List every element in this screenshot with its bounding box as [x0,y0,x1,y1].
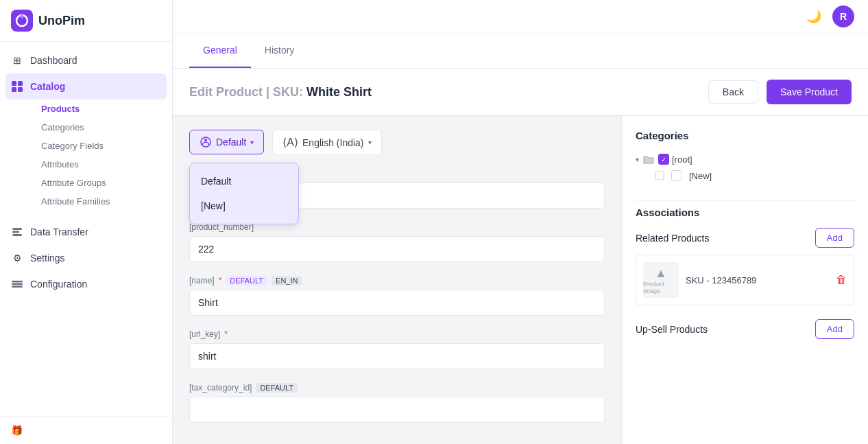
page-title: Edit Product | SKU: White Shirt [189,85,372,100]
content-area: Default ▾ Default [New] [173,116,868,444]
sidebar-item-catalog[interactable]: Catalog [5,73,167,100]
url-key-input[interactable] [189,343,605,369]
upsell-products-add-button[interactable]: Add [815,319,854,339]
product-sku-label: SKU - 123456789 [686,275,829,285]
tree-child: [New] [636,167,854,184]
related-product-delete-button[interactable]: 🗑 [836,274,847,286]
name-label: [name] * DEFAULT EN_IN [189,276,605,285]
catalog-icon [11,80,23,93]
sidebar-item-settings[interactable]: ⚙ Settings [0,245,172,271]
channel-icon [200,136,212,148]
svg-rect-12 [12,286,23,288]
form-area: Default ▾ Default [New] [173,116,621,444]
sidebar-item-products[interactable]: Products [30,100,172,118]
svg-rect-15 [655,172,664,180]
sidebar-item-attribute-groups[interactable]: Attribute Groups [30,174,172,192]
sidebar-item-attributes[interactable]: Attributes [30,155,172,174]
sidebar: UnoPim ⊞ Dashboard Catalog Products Cate… [0,0,173,444]
svg-rect-7 [12,228,22,230]
folder-icon [643,154,654,165]
new-checkbox[interactable] [671,170,682,181]
topbar: 🌙 R [173,0,868,34]
catalog-subnav: Products Categories Category Fields Attr… [0,100,172,211]
field-url-key: [url_key] * [189,329,605,369]
related-products-header: Related Products Add [636,228,854,248]
configuration-icon [11,278,23,290]
channel-dropdown-menu: Default [New] [189,163,299,224]
dropdown-item-default[interactable]: Default [190,169,298,194]
app-container: UnoPim ⊞ Dashboard Catalog Products Cate… [0,0,868,444]
field-tax-category: [tax_category_id] DEFAULT [189,383,605,423]
logo-icon [11,10,33,32]
related-product-item: ▲ Product Image SKU - 123456789 🗑 [636,255,854,305]
user-avatar[interactable]: R [832,5,854,27]
translate-icon: ⟨A⟩ [282,136,298,149]
sidebar-bottom-icon[interactable]: 🎁 [11,425,161,436]
name-badge-locale: EN_IN [272,276,302,285]
right-panel: Categories ▾ ✓ [root] [621,116,868,444]
header-actions: Back Save Product [708,80,852,104]
product-thumb-text: Product Image [643,281,679,294]
svg-rect-4 [18,81,23,86]
panel-divider [636,200,854,201]
field-product-number: [product_number] [189,222,605,262]
tab-general[interactable]: General [189,34,251,68]
logo-text: UnoPim [38,14,85,28]
language-selector-button[interactable]: ⟨A⟩ English (India) ▾ [272,130,381,155]
svg-rect-6 [18,87,23,92]
name-input[interactable] [189,290,605,316]
dropdown-item-new[interactable]: [New] [190,194,298,218]
dashboard-label: Dashboard [30,55,77,66]
sidebar-item-category-fields[interactable]: Category Fields [30,137,172,155]
back-button[interactable]: Back [708,80,758,104]
tree-item-new: [New] [655,167,854,184]
svg-rect-10 [12,281,23,283]
url-key-required: * [224,329,228,339]
related-products-label: Related Products [636,233,709,244]
sidebar-item-configuration[interactable]: Configuration [0,271,172,297]
svg-point-2 [21,15,24,19]
save-product-button[interactable]: Save Product [767,80,852,104]
svg-rect-0 [11,10,33,32]
tree-chevron-root[interactable]: ▾ [636,156,639,163]
tree-item-root: ▾ ✓ [root] [636,151,854,167]
channel-selector-button[interactable]: Default ▾ [189,130,264,154]
associations-section: Associations Related Products Add ▲ Prod… [636,207,854,339]
settings-label: Settings [30,253,65,264]
tab-history[interactable]: History [251,34,309,68]
url-key-label: [url_key] * [189,329,605,339]
sidebar-item-categories[interactable]: Categories [30,118,172,137]
related-products-add-button[interactable]: Add [815,228,854,248]
root-checkbox[interactable]: ✓ [658,154,669,165]
sidebar-navigation: ⊞ Dashboard Catalog Products Categories … [0,42,172,416]
channel-chevron-icon: ▾ [250,139,254,146]
tax-category-label: [tax_category_id] DEFAULT [189,383,605,393]
svg-rect-9 [12,234,22,236]
gift-icon: 🎁 [11,425,23,436]
page-header: Edit Product | SKU: White Shirt Back Sav… [173,69,868,116]
dashboard-icon: ⊞ [11,54,23,67]
tax-category-input[interactable] [189,397,605,423]
right-column: 🌙 R General History Edit Product | SKU: … [173,0,868,444]
categories-tree: ▾ ✓ [root] [636,151,854,184]
name-required: * [219,276,222,285]
language-chevron-icon: ▾ [368,139,372,146]
file-icon [655,171,664,180]
svg-rect-5 [12,87,16,92]
svg-rect-11 [12,283,23,285]
language-label: English (India) [302,137,364,148]
root-checkbox-row: ✓ [root] [658,154,692,165]
associations-title: Associations [636,207,854,218]
sidebar-item-dashboard[interactable]: ⊞ Dashboard [0,47,172,73]
categories-section: Categories ▾ ✓ [root] [636,130,854,184]
product-thumbnail: ▲ Product Image [643,262,679,298]
svg-rect-8 [12,231,19,233]
product-thumb-icon: ▲ [655,266,667,281]
product-number-input[interactable] [189,236,605,262]
topbar-icons: 🌙 R [806,5,854,27]
logo: UnoPim [0,0,172,42]
data-transfer-icon [11,226,23,238]
sidebar-item-data-transfer[interactable]: Data Transfer [0,219,172,245]
sidebar-item-attribute-families[interactable]: Attribute Families [30,192,172,211]
dark-mode-icon[interactable]: 🌙 [806,9,821,24]
